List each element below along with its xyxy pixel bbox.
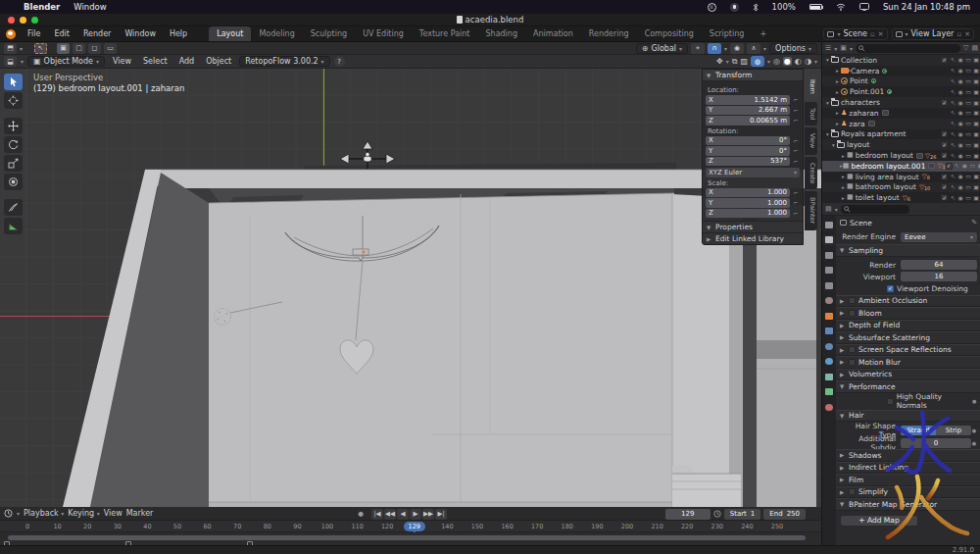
- current-frame-field[interactable]: 129: [665, 509, 710, 520]
- select-mode-lasso-icon[interactable]: ▭: [104, 43, 117, 54]
- menubar-clock[interactable]: Sun 24 Jan 10:48 pm: [883, 2, 970, 12]
- viewport-hide-icon[interactable]: ▭: [965, 121, 971, 126]
- location-x-field[interactable]: X1.5142 m: [706, 95, 790, 105]
- outliner-settings-icon[interactable]: ▤: [971, 45, 978, 52]
- timeline-editor-icon[interactable]: [4, 509, 13, 518]
- selectable-icon[interactable]: ↖: [951, 68, 956, 74]
- motion-blur-header[interactable]: ▶Motion Blur: [836, 356, 980, 369]
- jump-to-end-button[interactable]: ▶|: [435, 509, 447, 520]
- tab-render-properties[interactable]: [823, 235, 835, 245]
- selectable-icon[interactable]: ↖: [951, 121, 956, 126]
- display-icon[interactable]: [859, 3, 869, 11]
- selectable-icon[interactable]: ↖: [951, 57, 956, 63]
- properties-search-input[interactable]: [841, 205, 909, 214]
- options-dropdown[interactable]: Options ▾: [769, 43, 817, 54]
- viewport-denoising-checkbox[interactable]: ✓: [887, 285, 894, 292]
- timeline-scrollbar[interactable]: [8, 535, 806, 540]
- selectable-icon[interactable]: ↖: [951, 78, 956, 84]
- animate-dot-icon[interactable]: ●: [971, 440, 977, 446]
- current-frame-badge[interactable]: 129: [404, 522, 425, 531]
- bluetooth-icon[interactable]: [753, 3, 759, 12]
- outliner-row-zara[interactable]: ▸♟ zara ↖◉▭▣: [822, 119, 980, 129]
- outliner-row-toilet-layout[interactable]: ▸▦ toilet layout ▽6 ✓↖◉▭▣: [822, 192, 980, 203]
- tab-constraints-properties[interactable]: [823, 372, 835, 381]
- delete-view-layer-icon[interactable]: ✕: [964, 30, 970, 38]
- npanel-tab-create[interactable]: Create: [805, 157, 817, 190]
- shading-rendered-icon[interactable]: ◑: [805, 57, 811, 66]
- eye-icon[interactable]: ◉: [957, 184, 962, 190]
- render-hide-icon[interactable]: ▣: [973, 153, 979, 159]
- active-tool-icon[interactable]: ↖: [34, 43, 47, 54]
- npanel-tab-item[interactable]: Item: [805, 74, 817, 100]
- collection-checkbox[interactable]: ✓: [941, 130, 948, 137]
- tab-output-properties[interactable]: [823, 250, 835, 260]
- selectable-icon[interactable]: ↖: [951, 100, 956, 106]
- expand-icon[interactable]: ▸: [834, 78, 841, 84]
- expand-icon[interactable]: ▸: [834, 121, 841, 126]
- tool-transform[interactable]: [4, 174, 23, 190]
- retopoflow-dropdown[interactable]: RetopoFlow 3.00.2 ▾: [239, 56, 329, 67]
- expand-icon[interactable]: ▾: [830, 142, 837, 148]
- hair-shape-segmented[interactable]: Strand Strip: [901, 426, 971, 435]
- view-layer-selector[interactable]: ▾ View Layer ▫✕: [892, 28, 974, 40]
- tab-animation[interactable]: Animation: [525, 26, 581, 41]
- expand-icon[interactable]: ▸: [840, 174, 847, 179]
- start-frame-field[interactable]: Start1: [724, 509, 761, 520]
- transform-panel-header[interactable]: ▼ Transform: [703, 70, 803, 81]
- display-mode-icon[interactable]: ☰: [825, 45, 831, 52]
- location-y-field[interactable]: Y2.667 m: [706, 106, 790, 116]
- ambient-occlusion-header[interactable]: ▶Ambient Occlusion: [836, 295, 980, 308]
- simplify-header[interactable]: ▶Simplify: [836, 486, 980, 499]
- expand-icon[interactable]: ▸: [840, 195, 847, 201]
- eye-icon[interactable]: ◉: [957, 142, 962, 148]
- tab-shading[interactable]: Shading: [477, 26, 525, 41]
- viewport-hide-icon[interactable]: ▭: [965, 100, 971, 106]
- selectable-icon[interactable]: ↖: [951, 110, 956, 116]
- viewport-hide-icon[interactable]: ▭: [965, 184, 971, 190]
- outliner-row-bathroom-layout[interactable]: ▸▦ bathroom layout ▽10 ✓↖◉▭▣: [822, 182, 980, 193]
- object-checkbox[interactable]: ✓: [946, 163, 953, 170]
- bpainter-header[interactable]: ▼BPainter Map Generator: [836, 498, 980, 511]
- render-hide-icon[interactable]: ▣: [973, 89, 979, 95]
- xray-toggle-icon[interactable]: ▨: [740, 57, 748, 66]
- new-scene-icon[interactable]: ▫: [870, 30, 875, 38]
- performance-header[interactable]: ▼Performance: [836, 380, 980, 393]
- properties-editor-icon[interactable]: ▤: [825, 206, 832, 213]
- add-workspace-button[interactable]: +: [752, 26, 774, 41]
- next-keyframe-button[interactable]: ▶▶: [422, 509, 434, 520]
- object-checkbox[interactable]: ✓: [941, 152, 948, 159]
- snap-icon[interactable]: ◍: [751, 56, 764, 67]
- tool-measure[interactable]: [4, 218, 23, 234]
- wifi-icon[interactable]: [836, 3, 846, 11]
- outliner-row-collection[interactable]: ▾ Collection ✓↖◉▭▣: [822, 55, 980, 66]
- viewport-3d[interactable]: User Perspective (129) bedroom layout.00…: [0, 69, 821, 507]
- tab-scripting[interactable]: Scripting: [702, 26, 753, 41]
- end-frame-field[interactable]: End250: [763, 509, 806, 520]
- play-button[interactable]: ▶: [410, 509, 421, 520]
- menu-window[interactable]: Window: [119, 27, 162, 40]
- eye-icon[interactable]: ◉: [957, 57, 962, 63]
- window-menu[interactable]: Window: [74, 2, 107, 12]
- tab-tool-properties[interactable]: [823, 220, 835, 229]
- tool-select-box[interactable]: [4, 74, 23, 90]
- add-map-button[interactable]: + Add Map: [840, 515, 918, 527]
- tab-sculpting[interactable]: Sculpting: [303, 26, 355, 41]
- tab-texture-paint[interactable]: Texture Paint: [412, 26, 478, 41]
- tab-modifier-properties[interactable]: [823, 327, 835, 336]
- clock-icon[interactable]: [713, 510, 721, 518]
- viewport-hide-icon[interactable]: ▭: [965, 142, 971, 148]
- tab-scene-properties[interactable]: [823, 280, 835, 290]
- unlock-icon[interactable]: ⌐: [792, 147, 800, 154]
- render-hide-icon[interactable]: ▣: [973, 142, 979, 148]
- render-engine-dropdown[interactable]: Eevee▾: [901, 232, 977, 242]
- rotation-x-field[interactable]: X0°: [706, 136, 790, 146]
- volumetrics-header[interactable]: ▶Volumetrics: [836, 369, 980, 381]
- animate-dot-icon[interactable]: ●: [971, 398, 977, 404]
- high-quality-normals-checkbox[interactable]: [887, 398, 894, 405]
- eye-icon[interactable]: ◉: [957, 68, 962, 74]
- shading-wireframe-icon[interactable]: ◎: [773, 57, 780, 66]
- outliner-row-point[interactable]: ▸ Point ↖◉▭▣: [822, 76, 980, 87]
- npanel-tab-tool[interactable]: Tool: [805, 102, 817, 126]
- outliner-row-layout[interactable]: ▾ layout ✓↖◉▭▣: [822, 139, 980, 150]
- overlays-toggle-icon[interactable]: ⧉: [732, 57, 738, 67]
